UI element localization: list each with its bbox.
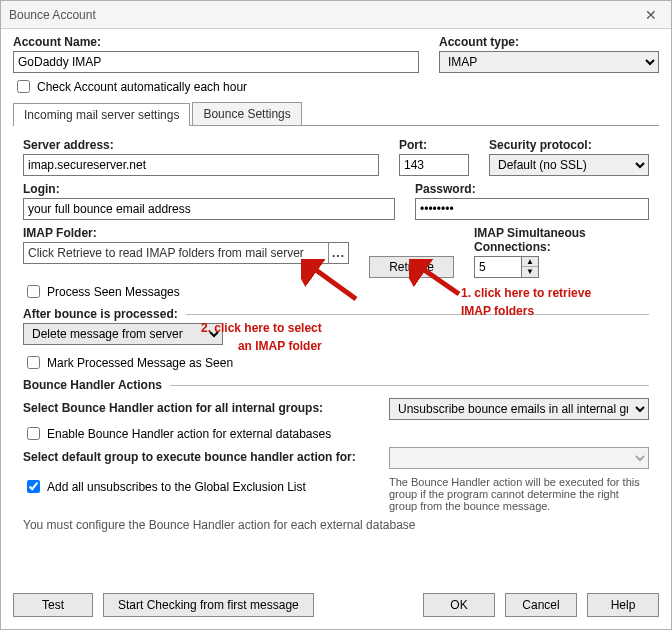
- imap-folder-browse-button[interactable]: ...: [328, 243, 348, 264]
- default-group-label: Select default group to execute bounce h…: [23, 450, 369, 464]
- server-address-input[interactable]: [23, 154, 379, 176]
- tabs: Incoming mail server settings Bounce Set…: [13, 102, 659, 126]
- password-label: Password:: [415, 182, 649, 196]
- test-button[interactable]: Test: [13, 593, 93, 617]
- auto-check-checkbox[interactable]: Check Account automatically each hour: [13, 77, 659, 96]
- window-title: Bounce Account: [9, 8, 96, 22]
- start-checking-button[interactable]: Start Checking from first message: [103, 593, 314, 617]
- process-seen-checkbox[interactable]: Process Seen Messages: [23, 282, 649, 301]
- port-label: Port:: [399, 138, 469, 152]
- ok-button[interactable]: OK: [423, 593, 495, 617]
- retrieve-button[interactable]: Retrieve: [369, 256, 454, 278]
- after-bounce-section: After bounce is processed:: [23, 307, 649, 321]
- close-icon[interactable]: ✕: [639, 5, 663, 25]
- default-group-select[interactable]: [389, 447, 649, 469]
- handler-note: The Bounce Handler action will be execut…: [389, 476, 649, 512]
- titlebar: Bounce Account ✕: [1, 1, 671, 29]
- tab-bounce[interactable]: Bounce Settings: [192, 102, 301, 125]
- spin-down-icon[interactable]: ▼: [522, 267, 538, 277]
- spin-up-icon[interactable]: ▲: [522, 257, 538, 267]
- password-input[interactable]: [415, 198, 649, 220]
- account-name-input[interactable]: [13, 51, 419, 73]
- help-button[interactable]: Help: [587, 593, 659, 617]
- security-label: Security protocol:: [489, 138, 649, 152]
- login-label: Login:: [23, 182, 395, 196]
- simul-conn-label: IMAP Simultaneous Connections:: [474, 226, 649, 254]
- tab-incoming[interactable]: Incoming mail server settings: [13, 103, 190, 126]
- server-address-label: Server address:: [23, 138, 379, 152]
- login-input[interactable]: [23, 198, 395, 220]
- security-select[interactable]: Default (no SSL): [489, 154, 649, 176]
- internal-action-select[interactable]: Unsubscribe bounce emails in all interna…: [389, 398, 649, 420]
- cancel-button[interactable]: Cancel: [505, 593, 577, 617]
- enable-external-checkbox[interactable]: Enable Bounce Handler action for externa…: [23, 424, 649, 443]
- internal-action-label: Select Bounce Handler action for all int…: [23, 401, 369, 415]
- account-type-select[interactable]: IMAP: [439, 51, 659, 73]
- imap-folder-text: Click Retrieve to read IMAP folders from…: [24, 246, 328, 260]
- must-configure-note: You must configure the Bounce Handler ac…: [23, 518, 649, 532]
- handler-section: Bounce Handler Actions: [23, 378, 649, 392]
- account-type-label: Account type:: [439, 35, 659, 49]
- simul-conn-stepper[interactable]: ▲▼: [474, 256, 649, 278]
- account-name-label: Account Name:: [13, 35, 419, 49]
- add-unsub-checkbox[interactable]: Add all unsubscribes to the Global Exclu…: [23, 477, 369, 496]
- mark-processed-checkbox[interactable]: Mark Processed Message as Seen: [23, 353, 649, 372]
- imap-folder-label: IMAP Folder:: [23, 226, 349, 240]
- port-input[interactable]: [399, 154, 469, 176]
- after-bounce-select[interactable]: Delete message from server: [23, 323, 223, 345]
